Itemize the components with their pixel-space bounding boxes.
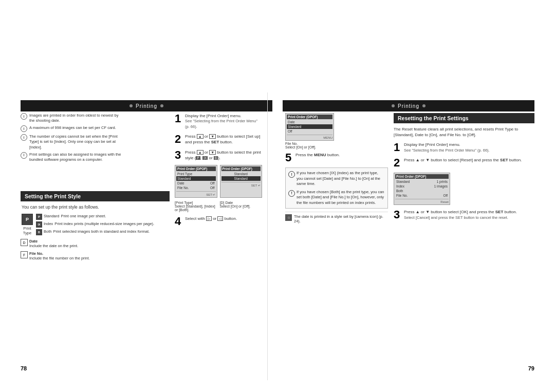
screen-print-type: Print Order (DPOF) Print Type Standard D… [175,165,217,198]
both-icon: B [36,229,42,235]
print-style-desc: You can set up the print style as follow… [21,204,170,210]
step-5-content: Press the MENU button. [295,152,340,163]
screen-step5-row-off: Off [287,129,332,134]
both-row: B Both Print selected images both in sta… [36,229,154,235]
reset-step-1-main: Display the [Print Order] menu. [404,142,490,147]
screen-row-fileno: File No.Off [176,185,216,190]
reset-step-2-content: Press ▲ or ▼ button to select [Reset] an… [404,157,522,169]
reset-screen-row4: File No.Off [395,193,449,198]
date-fileno-icons: D Date Include the date on the print. F … [21,239,90,260]
page-container: Printing Printing i Images are printed i… [0,0,555,392]
screen-sep-3 [287,135,332,135]
print-icon: P [22,214,33,225]
step-4-main: Select with ▷ or ◁ button. [185,216,237,221]
header-bar-left: Printing [21,100,272,111]
reset-screen-title: Print Order (DPOF) [395,174,449,179]
bullet-left-1 [130,104,133,107]
screen-step5: Print Order (DPOF) Date Standard Off MEN… [285,113,334,141]
warning-1: ! If you have chosen [IX] (index) as the… [288,171,385,187]
note-text-2: A maximum of 998 images can be set per C… [29,125,116,132]
index-row: IX Index Print index prints (multiple re… [36,221,154,228]
step-1-sub: See "Selecting from the Print Order Menu… [185,119,262,129]
screen-row-printtype: Print Type [176,172,216,176]
warning-text-1: If you have chosen [IX] (index) as the p… [297,171,385,187]
note-text-1: Images are printed in order from oldest … [29,113,123,123]
screen-standard: Print Order (DPOF) Standard Standard SET… [220,165,263,198]
warning-icon-1: ! [288,171,295,178]
bottom-note-icon: ☆ [285,214,292,221]
print-style-header: Setting the Print Style [21,191,170,201]
screen-standard-title: Print Order (DPOF) [221,166,261,171]
note-text-4: Print settings can also be assigned to i… [29,152,123,162]
resetting-desc: The Reset feature clears all print selec… [394,126,534,138]
step-4: 4 Select with ▷ or ◁ button. [175,216,262,227]
print-type-group: P PrintType P Standard Print one image p… [21,214,170,237]
both-desc: Print selected images both in standard a… [53,229,150,235]
caption-print-type: [Print Type]Select [Standard], [Index] o… [175,201,217,212]
bullet-right-1 [392,104,395,107]
standard-icon: P [36,214,42,220]
screen-captions-1: [Print Type]Select [Standard], [Index] o… [175,201,262,212]
reset-screen-sep [395,199,449,199]
warning-2: ! If you have chosen [Both] as the print… [288,190,385,206]
step-5-main: Press the MENU button. [295,152,340,158]
bullet-right-2 [422,104,425,107]
step-2-content: Press ▲ or ▼ button to select [Set up] a… [185,134,262,145]
page-divider [267,92,268,380]
note-item-1: i Images are printed in order from oldes… [21,113,123,123]
header-bar-right: Printing [283,100,534,111]
step-3-content: Press ▲ or ▼ button to select the print … [185,150,262,161]
screen-standard-row1: Standard [221,172,261,176]
notes-section: i Images are printed in order from oldes… [21,113,123,164]
print-style-box: Setting the Print Style You can set up t… [21,191,170,260]
screen-step5-container: Print Order (DPOF) Date Standard Off MEN… [285,113,388,149]
reset-step-3: 3 Press ▲ or ▼ button to select [OK] and… [394,209,534,220]
reset-step-2: 2 Press ▲ or ▼ button to select [Reset] … [394,157,534,169]
date-desc: Include the date on the print. [29,244,78,248]
note-text-3: The number of copies cannot be set when … [29,134,123,150]
reset-step-3-content: Press ▲ or ▼ button to select [OK] and p… [404,209,517,220]
index-icon: IX [36,221,42,228]
reset-step-1-number: 1 [394,142,402,153]
print-type-label: PrintType [23,226,31,235]
date-content: Date Include the date on the print. [29,239,78,248]
screen-btn-2: SET ↵ [221,183,261,187]
screen-standard-row2-sel: Standard [221,176,261,181]
reset-screen-row1: Standard1 prints [395,179,449,184]
steps-1-4: 1 Display the [Print Order] menu. See "S… [175,113,262,230]
reset-step-2-main: Press ▲ or ▼ button to select [Reset] an… [404,157,522,163]
resetting-section: Resetting the Print Settings The Reset f… [394,113,534,223]
reset-screen-btn: Reset [395,200,449,203]
step-4-content: Select with ▷ or ◁ button. [185,216,237,227]
fileno-label: File No. [29,251,90,256]
reset-step-3-number: 3 [394,209,402,220]
bottom-note-text: The date is printed in a style set by [c… [294,214,388,223]
fileno-content: File No. Include the file number on the … [29,251,90,260]
reset-step-1-content: Display the [Print Order] menu. See "Sel… [404,142,490,153]
note-icon-2: i [21,125,27,132]
screen-step5-title: Print Order (DPOF) [287,115,332,119]
reset-screen-row3: Both [395,189,449,193]
resetting-header: Resetting the Print Settings [394,113,534,123]
screen-sep-2 [221,182,261,182]
note-item-2: i A maximum of 998 images can be set per… [21,125,123,132]
date-fileno-group: D Date Include the date on the print. F … [21,239,170,260]
step-2-number: 2 [175,134,183,145]
page-number-right: 79 [528,365,534,371]
standard-desc: Print one image per sheet. [61,214,106,220]
screen-row-date: DateOff [176,181,216,185]
step-4-number: 4 [175,216,183,227]
step-1-content: Display the [Print Order] menu. See "Sel… [185,113,262,129]
screens-row-1: Print Order (DPOF) Print Type Standard D… [175,165,262,198]
screen-btn-3: MENU [287,136,332,139]
fileno-icon: F [21,251,28,258]
screen-step5-caption: File No.Select [On] or [Off]. [285,142,388,149]
date-label: Date [29,239,78,244]
standard-label: Standard [44,214,59,220]
step-2-main: Press ▲ or ▼ button to select [Set up] a… [185,134,262,145]
note-icon-4: i [21,152,27,159]
step-3: 3 Press ▲ or ▼ button to select the prin… [175,150,262,161]
warning-box: ! If you have chosen [IX] (index) as the… [285,167,388,209]
step-5-number: 5 [285,152,293,163]
reset-screen: Print Order (DPOF) Standard1 prints Inde… [394,173,450,205]
